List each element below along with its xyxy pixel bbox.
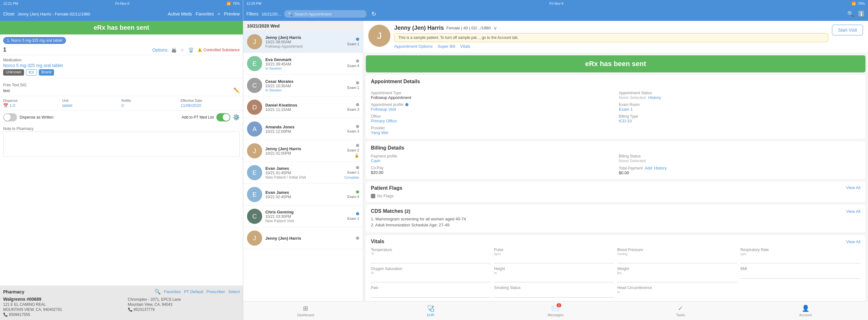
- appt-profile-row: Appointment profile Followup Visit: [371, 103, 613, 112]
- pharmacy-search-icon[interactable]: 🔍: [154, 289, 161, 295]
- prescriber-button[interactable]: Prescriber: [207, 289, 225, 294]
- pharmacy-phone: 📞 6509617555: [3, 312, 115, 317]
- refresh-icon[interactable]: ↻: [371, 10, 376, 18]
- vitals-view-all[interactable]: View All: [846, 239, 861, 244]
- free-text-label: Free Text SIG: [3, 83, 240, 87]
- start-visit-button[interactable]: Start Visit: [832, 25, 863, 35]
- nav-account[interactable]: 👤 Account: [743, 302, 868, 319]
- sig-tag-rx[interactable]: RX: [26, 69, 37, 76]
- account-icon: 👤: [802, 304, 810, 312]
- appt-item-evan-1[interactable]: E Evan James 10/21 01:45PM New Patient /…: [243, 162, 363, 184]
- pharmacy-actions: 🔍 Favorites PT Default Prescriber Select: [154, 289, 240, 295]
- star-icon[interactable]: ☆: [180, 48, 184, 53]
- appt-item-chris[interactable]: C Chris Genning 10/21 03:30PM New Patien…: [243, 206, 363, 227]
- nav-messages[interactable]: ✉️ 1 Messages: [493, 302, 618, 319]
- messages-icon-wrap: ✉️ 1: [552, 304, 559, 312]
- sig-tag-brand[interactable]: Brand: [39, 69, 54, 76]
- appt-avatar-jenny-3: J: [247, 231, 262, 246]
- trash-icon[interactable]: 🗑️: [188, 48, 194, 53]
- status-evan-1: Complete: [344, 175, 359, 179]
- total-payment-history[interactable]: History: [654, 166, 666, 170]
- appt-item-daniel[interactable]: D Daniel Kivatinos 10/21 11:15AM Exam 3: [243, 96, 363, 118]
- appt-details-cesar: Cesar Morales 10/21 10:30AM In Session: [265, 79, 344, 92]
- appt-item-evan-2[interactable]: E Evan James 10/21 02:45PM Exam 4: [243, 184, 363, 206]
- right-status-right: 📶 70%: [851, 2, 865, 6]
- exam-room-value[interactable]: Exam 1: [619, 107, 861, 112]
- note-to-pharmacy-input[interactable]: [3, 132, 240, 157]
- add-med-list-toggle[interactable]: [216, 113, 230, 121]
- favorites-pharmacy-button[interactable]: Favorites: [164, 289, 181, 294]
- copay-label: Co-Pay: [371, 166, 613, 170]
- super-bill-link[interactable]: Super Bill: [437, 44, 455, 49]
- info-icon[interactable]: ℹ️: [858, 10, 865, 18]
- patient-flags-section: Patient Flags No Flags View All: [366, 181, 866, 202]
- respiratory-rate-label: Respiratory Rate: [740, 248, 861, 252]
- edit-icon[interactable]: ✏️: [234, 87, 240, 93]
- billing-type-value[interactable]: ICD-10: [619, 119, 861, 123]
- unit-group: Unit tablet: [62, 99, 121, 108]
- unit-value[interactable]: tablet: [62, 103, 121, 108]
- office-row: Office Primary Office: [371, 114, 613, 123]
- appt-item-jenny-3[interactable]: J Jenny (Jen) Harris: [243, 227, 363, 249]
- flags-view-all[interactable]: View All: [846, 185, 861, 190]
- vitals-title: Vitals: [371, 239, 384, 244]
- appt-item-jenny-2[interactable]: J Jenny (Jen) Harris 10/21 01:00PM Exam …: [243, 140, 363, 162]
- nav-ehr[interactable]: 🩺 EHR: [368, 302, 493, 319]
- pt-default-button[interactable]: PT Default: [184, 289, 203, 294]
- appt-dot-jenny-2: [356, 144, 359, 147]
- favorites-button[interactable]: Favorites: [195, 11, 214, 17]
- erx-banner-left: eRx has been sent: [0, 21, 243, 34]
- note-to-pharmacy-label: Note to Pharmacy: [3, 126, 240, 131]
- med-tab-1[interactable]: 1. Norco 5 mg-325 mg oral tablet: [3, 37, 66, 44]
- active-meds-button[interactable]: Active Meds: [168, 11, 192, 17]
- respiratory-rate-vital: Respiratory Rate rpm: [740, 248, 861, 263]
- provider-value[interactable]: Yang Wei: [371, 130, 613, 135]
- weight-vital: Weight lbs: [617, 267, 737, 282]
- effective-date-value[interactable]: 11/06/2020: [181, 103, 240, 108]
- pharmacy-title: Pharmacy: [3, 289, 24, 294]
- search-top-icon[interactable]: 🔍: [847, 10, 854, 18]
- search-appointment-input[interactable]: [295, 12, 358, 17]
- select-pharmacy-button[interactable]: Select: [228, 289, 240, 294]
- dispense-written-toggle[interactable]: [3, 113, 17, 121]
- pharmacy-name: Walgreens #00689: [3, 297, 115, 302]
- nav-tasks[interactable]: ✓ Tasks: [618, 302, 743, 319]
- refills-value[interactable]: 0: [122, 103, 181, 108]
- appointment-options-link[interactable]: Appointment Options: [394, 44, 432, 49]
- nav-dashboard[interactable]: ⊞ Dashboard: [243, 302, 368, 319]
- total-payment-add[interactable]: Add: [645, 166, 652, 170]
- cds-item-1: 1. Mammogram screening for all women age…: [371, 216, 861, 221]
- payment-profile-value[interactable]: Cash: [371, 158, 613, 163]
- pulse-unit: bpm: [494, 252, 614, 256]
- filters-button[interactable]: Filters: [246, 11, 258, 17]
- appt-profile-value[interactable]: Followup Visit: [371, 107, 613, 112]
- appt-status-history-link[interactable]: History: [648, 95, 661, 100]
- sig-tag-unknown[interactable]: Unknown: [3, 69, 24, 76]
- appt-item-amanda[interactable]: A Amanda Jones 10/21 12:00PM Exam 3: [243, 118, 363, 140]
- appt-item-eva[interactable]: E Eva Genmark 10/21 09:45AM In Session E…: [243, 53, 363, 75]
- settings-icon[interactable]: ⚙️: [233, 114, 240, 121]
- print-icon[interactable]: 🖨️: [171, 48, 177, 53]
- add-button[interactable]: +: [218, 11, 220, 17]
- blood-pressure-unit: mmHg: [617, 252, 737, 256]
- options-button[interactable]: Options: [152, 48, 167, 53]
- vitals-link[interactable]: Vitals: [460, 44, 470, 49]
- appt-item-jenny-1[interactable]: J Jenny (Jen) Harris 10/21 09:00AM Follo…: [243, 31, 363, 53]
- appointment-detail: J Jenny (Jen) Harris Female | 40 | 02/..…: [363, 21, 868, 301]
- cds-view-all[interactable]: View All: [846, 209, 861, 214]
- preview-button[interactable]: Preview: [224, 11, 240, 17]
- appt-profile-dot: [405, 103, 408, 106]
- erx-banner-right: eRx has been sent: [366, 55, 866, 72]
- dispense-value[interactable]: 📅 1.0: [3, 103, 62, 108]
- appt-item-cesar[interactable]: C Cesar Morales 10/21 10:30AM In Session…: [243, 75, 363, 96]
- appt-details-evan-2: Evan James 10/21 02:45PM: [265, 190, 344, 199]
- medication-name[interactable]: Norco 5 mg-325 mg oral tablet: [3, 63, 240, 68]
- patient-chevron-icon[interactable]: ∨: [493, 25, 497, 31]
- oxygen-sat-vital: Oxygen Saturation %: [371, 267, 491, 282]
- patient-name-row: Jenny (Jen) Harris Female | 40 | 02/.../…: [394, 25, 828, 31]
- office-value[interactable]: Primary Office: [371, 119, 613, 123]
- appt-dot-daniel: [356, 103, 359, 106]
- close-button[interactable]: Close: [3, 11, 14, 17]
- appt-details-evan-1: Evan James 10/21 01:45PM New Patient / I…: [265, 166, 341, 180]
- dispense-group: Dispense 📅 1.0: [3, 99, 62, 108]
